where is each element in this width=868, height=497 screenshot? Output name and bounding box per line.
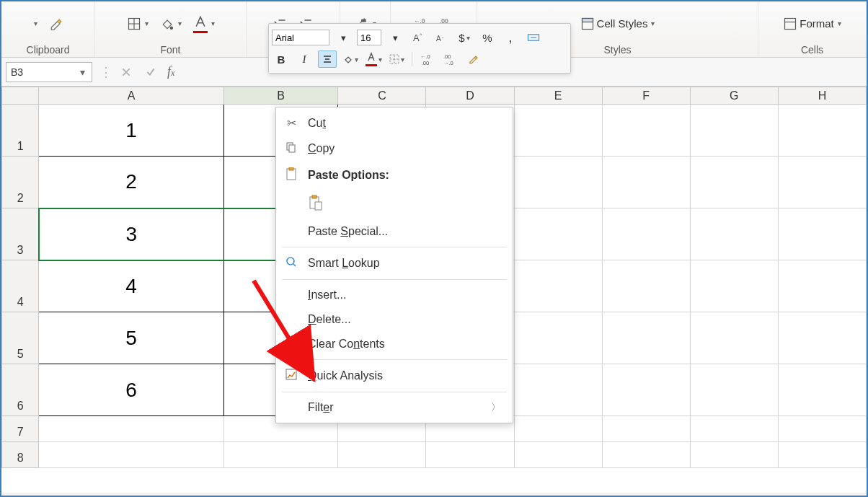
row-header[interactable]: 6 <box>2 364 39 416</box>
cell[interactable] <box>514 260 602 312</box>
borders-button[interactable] <box>124 15 151 32</box>
row-header[interactable]: 4 <box>2 260 39 312</box>
cell[interactable]: 4 <box>39 260 223 312</box>
cell[interactable] <box>690 312 778 364</box>
menu-item-cut[interactable]: ✂ Cut <box>276 110 513 136</box>
cell[interactable] <box>602 208 690 260</box>
column-header[interactable]: A <box>39 87 223 105</box>
format-button[interactable]: Format <box>780 15 844 32</box>
cell[interactable] <box>602 312 690 364</box>
column-header[interactable]: H <box>778 87 866 105</box>
cell[interactable] <box>690 105 778 157</box>
column-header[interactable]: F <box>602 87 690 105</box>
fill-color-button[interactable] <box>157 15 185 32</box>
decrease-decimal-mini-button[interactable]: .00→.0 <box>441 50 460 68</box>
column-header[interactable]: D <box>426 87 514 105</box>
comma-style-button[interactable]: , <box>501 29 520 46</box>
menu-item-clear-contents[interactable]: Clear Contents <box>276 332 513 356</box>
italic-button[interactable]: I <box>295 50 314 68</box>
accounting-format-button[interactable]: $ <box>455 29 474 46</box>
cell[interactable] <box>602 364 690 416</box>
cell[interactable] <box>426 442 514 468</box>
cell[interactable] <box>778 364 866 416</box>
row-header[interactable]: 1 <box>2 105 39 157</box>
menu-item-paste-default[interactable] <box>276 189 513 219</box>
cell[interactable] <box>514 157 602 208</box>
font-name-dropdown[interactable]: ▾ <box>334 29 353 46</box>
font-name-input[interactable] <box>272 30 329 45</box>
cell-styles-button[interactable]: Cell Styles <box>577 15 658 32</box>
fx-icon[interactable]: fx <box>167 64 174 79</box>
cell[interactable] <box>778 208 866 260</box>
cell[interactable] <box>223 442 338 468</box>
menu-item-paste-special[interactable]: Paste Special... <box>276 219 513 244</box>
row-header[interactable]: 8 <box>2 442 39 468</box>
column-header[interactable]: B <box>223 87 338 105</box>
cell[interactable] <box>602 442 690 468</box>
cell[interactable] <box>690 442 778 468</box>
merge-center-button[interactable] <box>524 29 543 46</box>
cell[interactable] <box>690 416 778 442</box>
format-painter-button[interactable] <box>46 15 66 32</box>
chevron-down-icon[interactable]: ▾ <box>77 66 87 78</box>
cell[interactable]: 5 <box>39 312 223 364</box>
confirm-edit-button[interactable] <box>143 66 159 79</box>
increase-decimal-mini-button[interactable]: ←.0.00 <box>418 50 437 68</box>
column-header[interactable]: C <box>338 87 426 105</box>
cell[interactable] <box>514 312 602 364</box>
column-header[interactable]: G <box>690 87 778 105</box>
font-color-mini-button[interactable] <box>364 50 383 68</box>
bold-button[interactable]: B <box>272 50 291 68</box>
cell[interactable] <box>514 105 602 157</box>
cell[interactable] <box>602 157 690 208</box>
menu-item-insert[interactable]: Insert... <box>276 283 513 307</box>
menu-item-quick-analysis[interactable]: Quick Analysis <box>276 363 513 389</box>
cell[interactable] <box>778 105 866 157</box>
menu-item-filter[interactable]: Filter 〉 <box>276 395 513 420</box>
column-header[interactable]: E <box>514 87 602 105</box>
cell[interactable] <box>338 442 426 468</box>
cell[interactable] <box>602 105 690 157</box>
decrease-font-button[interactable]: Aˇ <box>432 29 451 46</box>
cell[interactable] <box>690 260 778 312</box>
cell[interactable] <box>690 157 778 208</box>
increase-font-button[interactable]: A^ <box>409 29 428 46</box>
font-size-dropdown[interactable]: ▾ <box>386 29 404 46</box>
cell[interactable]: 2 <box>39 157 223 208</box>
select-all-corner[interactable] <box>2 87 39 105</box>
cell[interactable] <box>778 416 866 442</box>
menu-item-delete[interactable]: Delete... <box>276 307 513 332</box>
menu-item-copy[interactable]: Copy <box>276 136 513 162</box>
clipboard-dropdown[interactable] <box>30 18 40 29</box>
cell[interactable] <box>514 364 602 416</box>
format-painter-mini-button[interactable] <box>464 50 483 68</box>
cell[interactable] <box>514 208 602 260</box>
cell[interactable]: 3 <box>39 208 223 260</box>
row-header[interactable]: 3 <box>2 208 39 260</box>
cell[interactable]: 1 <box>39 105 223 157</box>
cancel-edit-button[interactable] <box>118 66 134 79</box>
cell[interactable]: 6 <box>39 364 223 416</box>
row-header[interactable]: 2 <box>2 157 39 208</box>
borders-mini-button[interactable] <box>387 50 406 68</box>
cell[interactable] <box>690 364 778 416</box>
row-header[interactable]: 5 <box>2 312 39 364</box>
row-header[interactable]: 7 <box>2 416 39 442</box>
cell[interactable] <box>39 442 223 468</box>
cell[interactable] <box>514 416 602 442</box>
cell[interactable] <box>778 312 866 364</box>
cell[interactable] <box>602 416 690 442</box>
cell[interactable] <box>39 416 223 442</box>
center-align-button[interactable] <box>318 50 337 68</box>
cell[interactable] <box>778 442 866 468</box>
cell[interactable] <box>514 442 602 468</box>
table-row[interactable]: 8 <box>2 442 867 468</box>
cell[interactable] <box>778 157 866 208</box>
fill-color-mini-button[interactable] <box>341 50 360 68</box>
name-box[interactable]: B3 ▾ <box>6 62 92 82</box>
font-color-button[interactable] <box>190 13 218 35</box>
cell[interactable] <box>690 208 778 260</box>
menu-item-smart-lookup[interactable]: Smart Lookup <box>276 250 513 276</box>
percent-button[interactable]: % <box>478 29 497 46</box>
cell[interactable] <box>602 260 690 312</box>
